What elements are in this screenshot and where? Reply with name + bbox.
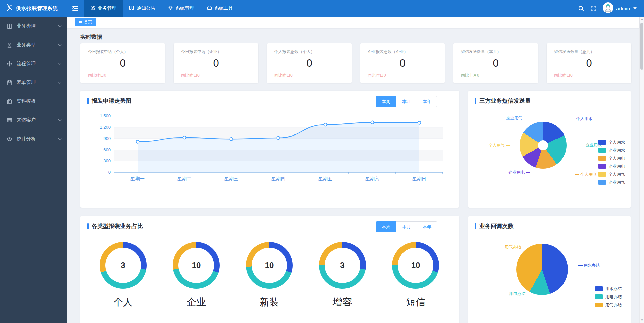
sidebar-toggle-icon[interactable] — [67, 0, 84, 17]
trend-point-5 — [371, 121, 374, 124]
trend-point-6 — [418, 121, 421, 124]
stat-card-label: 短信发送数量（总共） — [554, 49, 594, 55]
app-logo: 供水报装管理系统 — [0, 0, 67, 17]
tag-home[interactable]: 首页 — [75, 18, 96, 26]
svg-text:900: 900 — [103, 136, 111, 141]
fullscreen-icon[interactable] — [590, 5, 597, 12]
sidebar-item-0[interactable]: 业务办理 — [0, 17, 67, 36]
logo-icon — [5, 3, 13, 13]
donut-hole: 3 — [325, 248, 360, 283]
ratio-tab-2[interactable]: 本年 — [417, 221, 437, 232]
legend-swatch — [598, 140, 606, 145]
person-icon — [7, 42, 13, 48]
sms-pie-hole — [538, 140, 548, 150]
sms-legend-item-1[interactable]: 企业用水 — [598, 146, 625, 154]
sidebar-item-5[interactable]: 来访客户 — [0, 111, 67, 129]
sms-legend-item-5[interactable]: 企业用气 — [598, 178, 625, 186]
top-menu-label: 系统工具 — [214, 5, 233, 11]
legend-swatch — [598, 180, 606, 185]
sms-legend-item-0[interactable]: 个人用水 — [598, 138, 625, 146]
legend-swatch — [598, 156, 606, 161]
donut-ring: 3 — [100, 242, 147, 289]
svg-text:600: 600 — [103, 147, 111, 152]
callback-legend-item-1[interactable]: 用电办结 — [595, 293, 622, 301]
tag-label: 首页 — [84, 19, 92, 25]
callback-callout-label-2: 用气办结 — [505, 244, 526, 250]
donut-hole: 3 — [105, 248, 141, 283]
stat-card-footer: 同比上月0 — [461, 73, 479, 78]
sidebar-item-label: 来访客户 — [17, 117, 59, 123]
stat-card-value: 0 — [547, 57, 631, 69]
ratio-donut-2: 10新装 — [246, 242, 293, 289]
svg-text:300: 300 — [103, 158, 111, 163]
legend-label: 个人用电 — [609, 156, 625, 161]
sidebar-item-label: 统计分析 — [17, 136, 59, 142]
scrollbar-thumb[interactable] — [640, 23, 643, 70]
legend-swatch — [598, 148, 606, 153]
trend-point-4 — [324, 123, 327, 126]
callback-legend-item-0[interactable]: 用水办结 — [595, 285, 622, 293]
stat-card-footer: 同比昨日0 — [368, 73, 386, 78]
tags-view-bar: 首页 — [67, 17, 639, 28]
donut-label: 个人 — [100, 295, 147, 309]
title-accent-bar — [87, 223, 89, 229]
document-icon — [7, 99, 13, 104]
svg-text:星期五: 星期五 — [318, 176, 332, 181]
sidebar-item-3[interactable]: 表单管理 — [0, 73, 67, 92]
donut-ring: 10 — [392, 242, 439, 289]
trend-tab-1[interactable]: 本月 — [396, 96, 417, 107]
trend-line-chart: 03006009001,2001,500星期一星期二星期三星期四星期五星期六星期… — [91, 112, 446, 189]
trend-tab-2[interactable]: 本年 — [417, 96, 437, 107]
top-menu-item-1[interactable]: 通知公告 — [123, 0, 162, 17]
top-menu-item-3[interactable]: 系统工具 — [201, 0, 239, 17]
top-menu-label: 业务管理 — [98, 5, 116, 11]
callback-legend-item-2[interactable]: 用气办结 — [595, 301, 622, 309]
stat-card-label: 个人报装总数（个人） — [274, 49, 315, 55]
legend-swatch — [595, 294, 603, 299]
sidebar-item-6[interactable]: 统计分析 — [0, 129, 67, 148]
search-icon[interactable] — [578, 5, 584, 12]
sms-callout-label-0: 个人用水 — [571, 116, 592, 122]
trend-range-tabs: 本周本月本年 — [376, 96, 437, 107]
callback-callout-label-1: 用电办结 — [509, 291, 531, 297]
donut-ring: 10 — [246, 242, 293, 289]
trend-point-2 — [230, 138, 233, 141]
sms-pie-title: 三方业务短信发送量 — [479, 97, 531, 105]
title-accent-bar — [475, 98, 476, 104]
legend-swatch — [595, 286, 603, 291]
sidebar: 业务办理业务类型流程管理表单管理资料模板来访客户统计分析 — [0, 17, 67, 323]
donut-ring: 10 — [173, 242, 220, 289]
sms-legend-item-2[interactable]: 个人用电 — [598, 154, 625, 162]
trend-tab-0[interactable]: 本周 — [376, 96, 396, 107]
sidebar-item-2[interactable]: 流程管理 — [0, 54, 67, 73]
ratio-donut-0: 3个人 — [100, 242, 147, 289]
sms-pie-panel: 三方业务短信发送量 个人用水企业用水个人用电企业用电个人用气企业用气 个人用水企… — [468, 91, 631, 208]
scroll-up-arrow[interactable]: ▲ — [640, 17, 644, 22]
chevron-down-icon — [58, 61, 62, 65]
sms-legend-item-4[interactable]: 个人用气 — [598, 170, 625, 178]
sidebar-item-1[interactable]: 业务类型 — [0, 36, 67, 54]
edit-icon — [90, 5, 95, 11]
sidebar-item-label: 表单管理 — [17, 79, 59, 86]
user-dropdown[interactable]: admin — [603, 2, 637, 14]
stat-card-label: 短信发送数量（本月） — [461, 49, 501, 55]
svg-text:星期一: 星期一 — [130, 176, 145, 181]
move-icon — [7, 61, 13, 67]
ratio-donut-4: 10短信 — [392, 242, 439, 289]
top-menu-item-2[interactable]: 系统管理 — [162, 0, 201, 17]
book-icon — [7, 23, 13, 29]
sidebar-item-4[interactable]: 资料模板 — [0, 92, 67, 111]
top-menu-item-0[interactable]: 业务管理 — [84, 0, 123, 17]
sms-callout-label-5: 企业用气 — [506, 115, 528, 121]
stat-card-value: 0 — [267, 57, 352, 69]
notice-icon — [129, 5, 134, 11]
sms-legend-item-3[interactable]: 企业用电 — [598, 162, 625, 170]
navbar-right: admin — [578, 0, 644, 17]
ratio-tab-1[interactable]: 本月 — [396, 221, 417, 232]
stat-card-value: 0 — [360, 57, 445, 69]
donut-hole: 10 — [178, 248, 214, 283]
ratio-title: 各类型报装业务占比 — [92, 222, 143, 230]
ratio-tab-0[interactable]: 本周 — [376, 221, 396, 232]
scroll-down-arrow[interactable]: ▼ — [640, 318, 644, 323]
donut-ring: 3 — [319, 242, 366, 289]
